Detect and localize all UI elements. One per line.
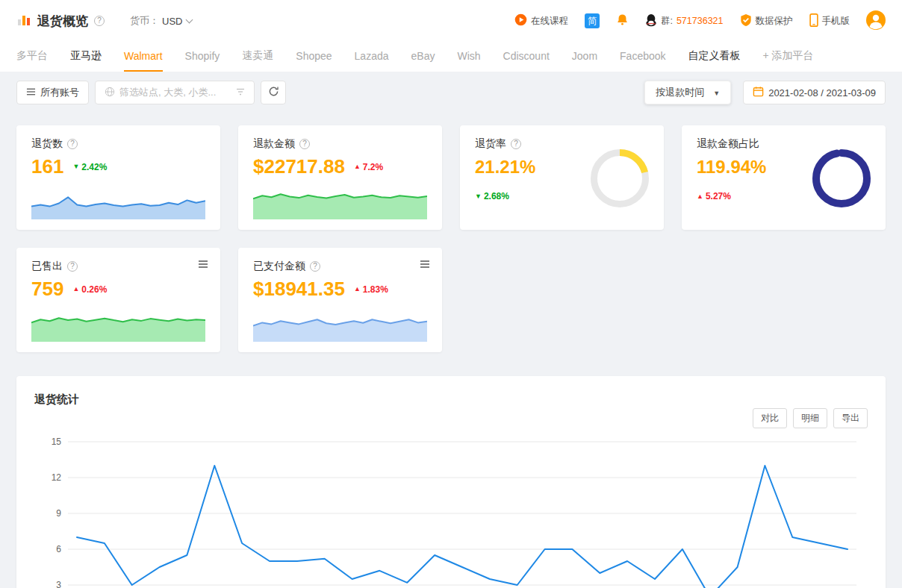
help-icon[interactable]	[299, 139, 310, 149]
shield-check-icon	[740, 13, 752, 29]
filter-toolbar: 所有账号 筛选站点, 大类, 小类... 按退款时间 2021-02-08	[0, 81, 902, 104]
bar-chart-logo-icon	[16, 12, 31, 31]
stat-card-refund-ratio: 退款金额占比 119.94% 5.27%	[682, 125, 886, 230]
phone-icon	[809, 13, 818, 29]
svg-text:3: 3	[56, 580, 61, 588]
toolbar-left: 所有账号 筛选站点, 大类, 小类...	[16, 81, 286, 104]
returns-statistics-section: 退货统计 对比明细导出 3691215	[16, 376, 886, 588]
card-menu-icon[interactable]	[198, 258, 208, 272]
time-type-dropdown[interactable]: 按退款时间	[644, 81, 731, 104]
arrow-up-icon	[354, 286, 361, 293]
change-badge: 1.83%	[354, 284, 388, 295]
change-badge: 0.26%	[72, 284, 107, 295]
refund-ratio-donut-chart	[812, 149, 871, 207]
refresh-button[interactable]	[261, 81, 286, 104]
platform-tabs: 多平台亚马逊WalmartShopify速卖通ShopeeLazadaeBayW…	[0, 42, 902, 72]
calendar-icon	[753, 86, 764, 99]
help-icon[interactable]	[67, 139, 78, 149]
date-range-picker[interactable]: 2021-02-08 / 2021-03-09	[743, 81, 886, 104]
help-icon[interactable]	[94, 16, 105, 26]
tab-eBay[interactable]: eBay	[411, 42, 435, 72]
filter-placeholder: 筛选站点, 大类, 小类...	[119, 86, 231, 99]
play-circle-icon	[514, 13, 527, 28]
tab-Joom[interactable]: Joom	[572, 42, 597, 72]
stat-card-returns-count: 退货数 161 2.42%	[16, 125, 220, 230]
qq-group-label: 群:	[661, 15, 673, 28]
currency-value: USD	[162, 16, 182, 27]
date-range-value: 2021-02-08 / 2021-03-09	[768, 87, 876, 98]
mobile-version-label: 手机版	[822, 15, 850, 28]
chart-action-导出[interactable]: 导出	[833, 408, 868, 428]
chart-actions: 对比明细导出	[34, 408, 868, 428]
qq-group[interactable]: 群: 571736321	[645, 13, 724, 29]
chart-action-对比[interactable]: 对比	[753, 408, 787, 428]
tab-自定义看板[interactable]: 自定义看板	[688, 42, 741, 72]
currency-label: 货币：	[130, 14, 159, 28]
help-icon[interactable]	[67, 261, 78, 272]
stat-card-refund-amount: 退款金额 $22717.88 7.2%	[238, 125, 442, 230]
data-protection-link[interactable]: 数据保护	[740, 13, 793, 29]
returns-trend-line-chart: 3691215	[34, 434, 868, 588]
arrow-up-icon	[72, 286, 79, 293]
tab-速卖通[interactable]: 速卖通	[242, 42, 273, 72]
site-filter-input[interactable]: 筛选站点, 大类, 小类...	[95, 81, 255, 104]
card-title: 已支付金额	[253, 260, 305, 273]
section-title: 退货统计	[34, 392, 868, 407]
stat-card-paid-amount: 已支付金额 $18941.35 1.83%	[238, 248, 442, 352]
change-badge: 7.2%	[354, 162, 383, 172]
tab-+ 添加平台[interactable]: + 添加平台	[763, 42, 814, 72]
return-rate-donut-chart	[591, 149, 649, 207]
card-value: 759	[31, 278, 63, 301]
currency-selector[interactable]: 货币： USD	[130, 14, 192, 28]
card-value: $18941.35	[253, 278, 345, 301]
card-value: 161	[31, 155, 63, 178]
qq-group-number: 571736321	[676, 16, 724, 26]
card-title: 退货率	[475, 137, 506, 151]
help-icon[interactable]	[511, 139, 521, 149]
tab-Shopee[interactable]: Shopee	[296, 42, 332, 72]
card-title: 退款金额	[253, 137, 295, 151]
card-title: 已售出	[31, 260, 63, 273]
card-value: 21.21%	[475, 157, 535, 178]
online-course-link[interactable]: 在线课程	[514, 13, 568, 28]
bell-icon	[616, 13, 629, 28]
card-menu-icon[interactable]	[420, 258, 430, 272]
avatar[interactable]	[866, 10, 886, 32]
mobile-version-link[interactable]: 手机版	[809, 13, 850, 29]
tab-Cdiscount[interactable]: Cdiscount	[503, 42, 550, 72]
arrow-up-icon	[697, 193, 703, 200]
tab-多平台[interactable]: 多平台	[16, 42, 48, 72]
chart-action-明细[interactable]: 明细	[793, 408, 827, 428]
help-icon[interactable]	[310, 261, 320, 272]
card-value: $22717.88	[253, 155, 345, 178]
notification-bell[interactable]	[616, 13, 629, 28]
tab-Shopify[interactable]: Shopify	[185, 42, 220, 72]
online-course-label: 在线课程	[531, 15, 568, 28]
all-accounts-button[interactable]: 所有账号	[16, 81, 89, 104]
svg-text:9: 9	[56, 508, 61, 519]
simplified-chinese-toggle[interactable]: 简	[585, 13, 600, 28]
sparkline-chart	[31, 309, 205, 342]
svg-text:12: 12	[52, 472, 62, 483]
arrow-down-icon	[72, 163, 79, 170]
filter-funnel-icon	[236, 87, 245, 98]
svg-text:15: 15	[52, 437, 62, 447]
time-type-label: 按退款时间	[656, 86, 704, 99]
arrow-up-icon	[354, 163, 361, 170]
tab-Lazada[interactable]: Lazada	[355, 42, 389, 72]
sparkline-chart	[31, 187, 205, 219]
tab-亚马逊[interactable]: 亚马逊	[70, 42, 102, 72]
page-title-group: 退货概览	[16, 12, 105, 31]
all-accounts-label: 所有账号	[40, 86, 79, 99]
card-value: 119.94%	[697, 157, 766, 178]
stat-card-sold: 已售出 759 0.26%	[16, 248, 220, 352]
card-title: 退款金额占比	[697, 137, 759, 151]
tab-Walmart[interactable]: Walmart	[124, 42, 163, 72]
qq-penguin-icon	[645, 13, 657, 29]
change-badge: 2.68%	[475, 191, 535, 201]
tab-Facebook[interactable]: Facebook	[620, 42, 665, 72]
tab-Wish[interactable]: Wish	[457, 42, 480, 72]
toolbar-right: 按退款时间 2021-02-08 / 2021-03-09	[644, 81, 886, 104]
sparkline-chart	[253, 187, 427, 219]
top-header: 退货概览 货币： USD 在线课程 简 群: 571736321	[0, 0, 902, 42]
